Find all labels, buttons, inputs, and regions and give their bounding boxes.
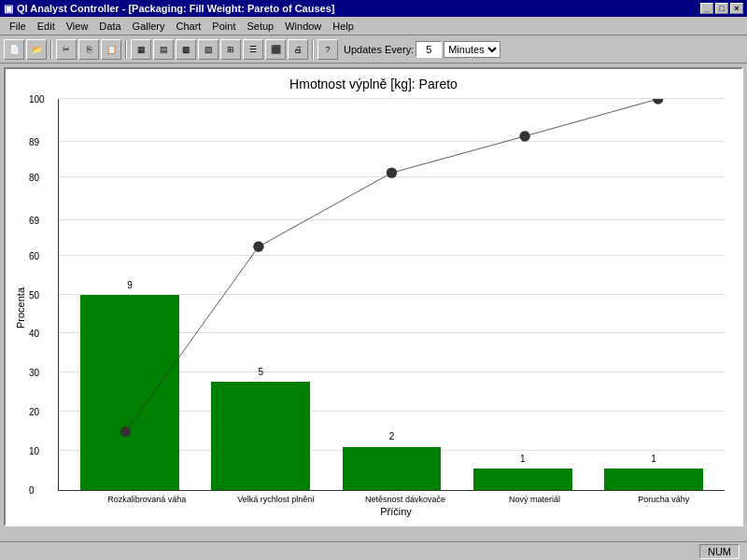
menu-chart[interactable]: Chart: [170, 19, 206, 34]
y-tick-20: 20: [29, 407, 39, 417]
bar-group-4: 1: [461, 99, 585, 490]
bars-container: 9 5 2 1: [59, 99, 725, 490]
menu-setup[interactable]: Setup: [241, 19, 279, 34]
bar-value-1: 9: [127, 280, 133, 290]
chart-plot: 100 89 80 69 60 50 40: [58, 99, 725, 491]
y-axis-label: Procenta: [13, 99, 28, 517]
x-label-5: Porucha váhy: [603, 495, 725, 504]
menu-help[interactable]: Help: [327, 19, 359, 34]
bar-3: [343, 447, 442, 491]
toolbar-btn-3[interactable]: ▩: [176, 39, 196, 60]
menu-gallery[interactable]: Gallery: [127, 19, 171, 34]
maximize-button[interactable]: □: [715, 3, 728, 14]
menu-edit[interactable]: Edit: [32, 19, 61, 34]
menu-point[interactable]: Point: [206, 19, 241, 34]
y-tick-0: 0: [29, 485, 35, 496]
y-tick-50: 50: [29, 289, 39, 300]
x-label-4: Nový materiál: [473, 495, 595, 504]
bar-value-5: 1: [651, 454, 656, 464]
toolbar-btn-8[interactable]: 🖨: [288, 39, 308, 60]
y-tick-89: 89: [29, 137, 39, 147]
x-label-1: Rozkalibrovaná váha: [86, 495, 207, 504]
y-tick-80: 80: [29, 172, 39, 182]
toolbar-btn-cut[interactable]: ✂: [56, 39, 77, 60]
toolbar-btn-7[interactable]: ⬛: [265, 39, 286, 60]
x-label-2: Velká rychlost plnění: [215, 495, 336, 504]
bar-group-1: 9: [68, 99, 191, 490]
toolbar-btn-copy[interactable]: ⎘: [78, 39, 99, 60]
bar-2: [211, 382, 310, 490]
menu-window[interactable]: Window: [279, 19, 327, 34]
updates-value-input[interactable]: [416, 41, 442, 58]
toolbar-btn-1[interactable]: ▦: [131, 39, 151, 60]
bar-group-2: 5: [199, 99, 322, 490]
y-tick-40: 40: [29, 329, 39, 339]
toolbar-btn-paste[interactable]: 📋: [101, 39, 121, 60]
app-icon: ▣: [4, 3, 13, 15]
chart-inner: 100 89 80 69 60 50 40: [30, 99, 734, 517]
bar-group-3: 2: [330, 99, 453, 490]
toolbar-btn-2[interactable]: ▤: [153, 39, 174, 60]
chart-title: Hmotnost výplně [kg]: Pareto: [13, 77, 734, 91]
menu-data[interactable]: Data: [93, 19, 126, 34]
num-indicator: NUM: [699, 544, 740, 559]
updates-label: Updates Every:: [344, 44, 414, 55]
x-label-3: Netěsnost dávkovače: [345, 495, 466, 504]
x-axis-title: Příčiny: [58, 506, 734, 517]
toolbar-btn-6[interactable]: ☰: [243, 39, 263, 60]
toolbar: 📄 📂 ✂ ⎘ 📋 ▦ ▤ ▩ ▧ ⊞ ☰ ⬛ 🖨 ? Updates Ever…: [0, 35, 747, 63]
title-bar: ▣ QI Analyst Controller - [Packaging: Fi…: [0, 0, 747, 17]
main-content: Hmotnost výplně [kg]: Pareto Procenta 10…: [4, 67, 743, 526]
bar-value-2: 5: [259, 367, 264, 377]
status-bar: NUM: [0, 541, 747, 560]
x-labels: Rozkalibrovaná váha Velká rychlost plněn…: [86, 495, 725, 504]
y-tick-100: 100: [29, 94, 45, 105]
bar-4: [473, 469, 572, 490]
bar-value-3: 2: [389, 431, 395, 441]
y-tick-30: 30: [29, 368, 39, 378]
menu-bar: File Edit View Data Gallery Chart Point …: [0, 17, 747, 35]
toolbar-btn-new[interactable]: 📄: [4, 39, 24, 60]
minutes-select[interactable]: Minutes: [444, 41, 500, 58]
bar-group-5: 1: [592, 99, 715, 490]
y-tick-10: 10: [29, 446, 39, 456]
close-button[interactable]: ×: [730, 3, 743, 14]
toolbar-btn-4[interactable]: ▧: [198, 39, 218, 60]
toolbar-btn-9[interactable]: ?: [317, 39, 338, 60]
menu-view[interactable]: View: [61, 19, 94, 34]
toolbar-btn-open[interactable]: 📂: [26, 39, 47, 60]
chart-area: Procenta 100 89 80 69 60: [13, 99, 734, 517]
toolbar-btn-5[interactable]: ⊞: [220, 39, 241, 60]
y-tick-60: 60: [29, 250, 39, 260]
y-tick-69: 69: [29, 215, 39, 225]
window-title: QI Analyst Controller - [Packaging: Fill…: [17, 3, 334, 14]
minimize-button[interactable]: _: [700, 3, 713, 14]
bar-1: [80, 295, 179, 491]
bar-5: [604, 469, 703, 490]
menu-file[interactable]: File: [4, 19, 32, 34]
bar-value-4: 1: [520, 454, 526, 464]
